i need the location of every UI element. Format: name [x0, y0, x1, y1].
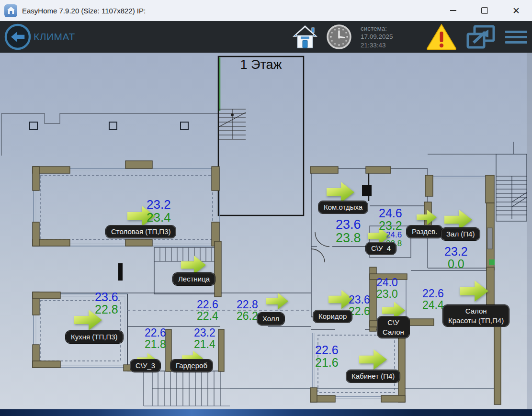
arrow-right-icon [327, 181, 354, 203]
room-label-holl[interactable]: Холл [257, 313, 284, 325]
vent-arrow-holl [266, 292, 288, 310]
arrow-right-icon [266, 292, 288, 310]
floor-title: 1 Этаж [218, 57, 304, 72]
temp-setpoint: 23.0 [376, 288, 398, 300]
temp-current: 22.6 [422, 288, 444, 299]
room-label-razdev[interactable]: Раздев. [407, 225, 442, 238]
vent-arrow-lestnitsa [181, 255, 206, 275]
temp-setpoint: 21.6 [315, 356, 339, 369]
room-label-su-salon[interactable]: С\У Салон [377, 316, 409, 338]
room-label-su-3[interactable]: С\У_3 [130, 360, 160, 372]
temp-setpoint: 26.2 [237, 310, 258, 322]
temp-current: 22.6 [197, 299, 218, 310]
temp-su-salon: 24.023.0 [376, 277, 398, 300]
room-label-salon-krasoty[interactable]: Салон Красоты (ТП,П4) [443, 305, 509, 326]
temp-current: 23.2 [194, 327, 215, 338]
room-label-lestnitsa[interactable]: Лестница [173, 273, 215, 285]
temp-setpoint: 24.4 [422, 299, 444, 311]
temp-kom-otdyha: 23.623.8 [336, 218, 361, 245]
temp-current: 24.6 [379, 207, 402, 219]
temp-current: 22.6 [145, 327, 166, 338]
temp-stolovaya: 23.223.4 [147, 198, 171, 225]
temp-kabinet: 22.621.6 [315, 344, 339, 369]
temp-garderob: 23.221.4 [194, 327, 215, 350]
footer-bar [0, 409, 532, 416]
temp-current: 23.6 [336, 218, 361, 231]
vent-arrow-kabinet [359, 349, 387, 371]
temp-razdev: 24.623.2 [379, 207, 402, 232]
temp-setpoint: 22.4 [197, 310, 218, 322]
temp-su-3: 22.621.8 [145, 327, 166, 350]
temp-current: 23.6 [349, 294, 370, 305]
vent-arrow-razdev [417, 209, 437, 225]
temp-current: 23.2 [147, 198, 171, 211]
temp-current: 24.6 [386, 231, 402, 239]
temp-west-corridor: 22.622.4 [197, 299, 218, 322]
arrow-right-icon [460, 280, 488, 303]
temp-setpoint: 21.4 [194, 338, 215, 350]
temp-setpoint: 21.8 [145, 338, 166, 350]
temp-zal: 23.20.0 [444, 245, 468, 270]
temp-current: 24.0 [376, 277, 398, 288]
temp-current: 23.6 [95, 291, 118, 303]
temp-salon-krasoty: 22.624.4 [422, 288, 444, 311]
temp-current: 22.8 [237, 299, 258, 310]
floorplan-overlay: 1 Этаж 23.223.423.623.824.623.224.622.82… [0, 0, 532, 416]
temp-setpoint: 0.0 [444, 258, 468, 270]
room-label-garderob[interactable]: Гардероб [170, 360, 213, 372]
temp-holl: 22.826.2 [237, 299, 258, 322]
room-label-zal[interactable]: Зал (П4) [441, 228, 480, 240]
temp-setpoint: 23.8 [336, 231, 361, 245]
arrow-right-icon [417, 209, 437, 225]
temp-setpoint: 23.4 [147, 211, 171, 224]
room-label-stolovaya[interactable]: Столовая (ТП,П3) [106, 225, 176, 238]
room-label-kabinet[interactable]: Кабинет (П4) [346, 370, 400, 382]
room-label-su-4[interactable]: С\У_4 [366, 242, 396, 255]
temp-kuhnya: 23.622.8 [95, 291, 118, 316]
temp-current: 22.6 [315, 344, 339, 356]
room-label-koridor[interactable]: Коридор [313, 310, 352, 323]
arrow-right-icon [181, 255, 206, 275]
arrow-right-icon [359, 349, 387, 371]
vent-arrow-salon-krasoty [460, 280, 488, 303]
room-label-kuhnya[interactable]: Кухня (ТП,П3) [66, 331, 123, 343]
temp-current: 23.2 [444, 245, 468, 258]
temp-setpoint: 22.8 [95, 303, 118, 315]
room-label-kom-otdyha[interactable]: Ком.отдыха [318, 201, 368, 214]
vent-arrow-kom-otdyha [327, 181, 354, 203]
